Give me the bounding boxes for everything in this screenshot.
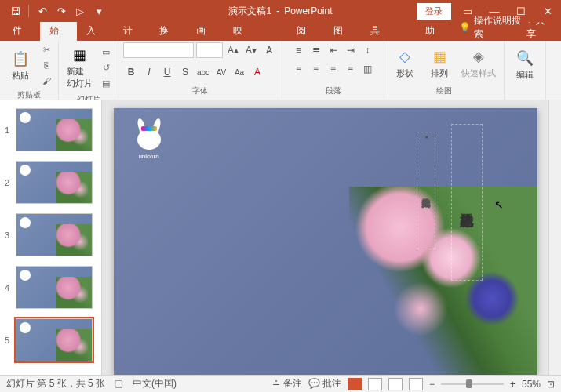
thumb-number: 4 [5,283,13,292]
arrange-icon: ▦ [430,47,449,66]
thumb-preview [16,318,93,361]
close-icon[interactable]: ✕ [534,0,561,22]
spacing-button[interactable]: AV [213,64,229,80]
align-left-icon[interactable]: ≡ [291,61,307,77]
editing-button[interactable]: 🔍 编辑 [509,45,541,84]
layout-icon[interactable]: ▭ [99,45,113,59]
font-size-select[interactable] [196,42,223,58]
title-placeholder[interactable]: 单击此处添加标题 [451,124,483,281]
italic-button[interactable]: I [141,64,157,80]
font-color-button[interactable]: A [250,64,265,80]
columns-icon[interactable]: ▥ [360,61,376,77]
qat-customize-icon[interactable]: ▾ [90,2,107,20]
start-slideshow-icon[interactable]: ▷ [71,2,89,20]
thumb-number: 2 [5,178,13,187]
ribbon-tabs: 文件 开始 插入 设计 切换 动画 幻灯片放映 审阅 视图 开发工具 帮助 💡 … [0,22,561,41]
shadow-button[interactable]: abc [195,64,211,80]
styles-icon: ◈ [469,47,488,66]
paste-icon: 📋 [11,49,30,68]
slide-canvas[interactable]: unicorn 单击此处添加标题 单击此处添加文本 [114,108,537,375]
reset-icon[interactable]: ↺ [99,60,113,74]
font-family-select[interactable] [123,42,194,58]
paste-button[interactable]: 📋 粘贴 [5,46,36,85]
login-button[interactable]: 登录 [417,3,451,20]
arrange-button[interactable]: ▦ 排列 [424,44,455,82]
thumbnail-slide-3[interactable]: 3 [0,210,101,260]
thumbnail-slide-5[interactable]: 5 [0,315,101,365]
workspace: 12345 ↖ unicorn 单击此处添加标题 单击此处添加文本 [0,100,561,375]
slide-canvas-area: ↖ unicorn 单击此处添加标题 单击此处添加文本 [102,100,548,375]
redo-icon[interactable]: ↷ [53,2,70,20]
group-drawing: ◇ 形状 ▦ 排列 ◈ 快速样式 绘图 [384,41,505,100]
slide-background-image [349,187,537,375]
strikethrough-button[interactable]: S [177,64,193,80]
thumbnail-slide-4[interactable]: 4 [0,263,101,312]
subtitle-placeholder[interactable]: 单击此处添加文本 [417,132,435,249]
copy-icon[interactable]: ⎘ [39,58,53,72]
group-slides: ▦ 新建 幻灯片 ▭ ↺ ▤ 幻灯片 [59,41,118,100]
decrease-font-icon[interactable]: A▾ [243,42,259,58]
thumb-preview [16,108,93,151]
tell-me-search[interactable]: 💡 操作说明搜索 [459,14,527,41]
find-icon: 🔍 [515,49,534,67]
bold-button[interactable]: B [123,64,139,80]
document-name: 演示文稿1 [228,5,271,18]
format-painter-icon[interactable]: 🖌 [39,74,53,88]
align-right-icon[interactable]: ≡ [326,61,341,77]
zoom-out-icon[interactable]: − [429,379,435,390]
lightbulb-icon: 💡 [459,22,471,33]
justify-icon[interactable]: ≡ [343,61,359,77]
thumb-number: 5 [5,336,13,345]
group-label: 绘图 [436,84,452,98]
status-bar: 幻灯片 第 5 张，共 5 张 ❏ 中文(中国) ≐ 备注 💬 批注 − + 5… [0,375,561,392]
thumbnail-slide-1[interactable]: 1 [0,105,101,154]
thumb-number: 3 [5,230,13,240]
vertical-scrollbar[interactable] [548,100,561,375]
bullets-icon[interactable]: ≡ [291,42,307,58]
group-font: A▴ A▾ A̷ B I U S abc AV Aa A 字体 [118,41,282,100]
undo-icon[interactable]: ↶ [34,2,51,20]
notes-button[interactable]: ≐ 备注 [272,377,301,390]
line-spacing-icon[interactable]: ↕ [360,42,376,58]
numbering-icon[interactable]: ≣ [308,42,324,58]
thumb-number: 1 [5,125,13,135]
comments-button[interactable]: 💬 批注 [308,377,341,390]
align-center-icon[interactable]: ≡ [308,61,324,77]
spellcheck-icon[interactable]: ❏ [115,379,123,390]
app-name: PowerPoint [284,5,332,16]
reading-view-icon[interactable] [388,378,403,390]
underline-button[interactable]: U [159,64,175,80]
bunny-icon [133,120,165,151]
group-editing: 🔍 编辑 [505,41,546,100]
increase-font-icon[interactable]: A▴ [225,42,241,58]
shapes-button[interactable]: ◇ 形状 [389,44,421,82]
group-clipboard: 📋 粘贴 ✂ ⎘ 🖌 剪贴板 [0,41,59,100]
thumb-preview [16,161,93,204]
thumbnail-slide-2[interactable]: 2 [0,158,101,207]
new-slide-icon: ▦ [71,45,89,64]
normal-view-icon[interactable] [348,378,362,390]
thumb-preview [16,213,93,256]
zoom-level[interactable]: 55% [522,379,541,390]
save-icon[interactable]: 🖫 [6,2,24,20]
slideshow-view-icon[interactable] [409,378,423,390]
clear-format-icon[interactable]: A̷ [261,42,277,58]
sorter-view-icon[interactable] [368,378,382,390]
zoom-slider[interactable] [441,383,504,385]
shapes-icon: ◇ [395,47,414,66]
quick-styles-button[interactable]: ◈ 快速样式 [458,44,499,82]
slide-thumbnails-panel: 12345 [0,100,102,375]
cut-icon[interactable]: ✂ [39,42,53,56]
new-slide-button[interactable]: ▦ 新建 幻灯片 [64,42,96,93]
thumb-preview [16,266,93,309]
increase-indent-icon[interactable]: ⇥ [343,42,359,58]
zoom-in-icon[interactable]: + [510,379,515,390]
section-icon[interactable]: ▤ [99,76,113,90]
ribbon: 📋 粘贴 ✂ ⎘ 🖌 剪贴板 ▦ 新建 幻灯片 ▭ ↺ ▤ 幻灯片 [0,41,561,100]
fit-to-window-icon[interactable]: ⊡ [547,379,555,390]
change-case-button[interactable]: Aa [231,64,247,80]
window-title: 演示文稿1 - PowerPoint [228,5,332,18]
language-indicator[interactable]: 中文(中国) [133,377,177,390]
group-label: 字体 [192,84,208,98]
decrease-indent-icon[interactable]: ⇤ [326,42,341,58]
